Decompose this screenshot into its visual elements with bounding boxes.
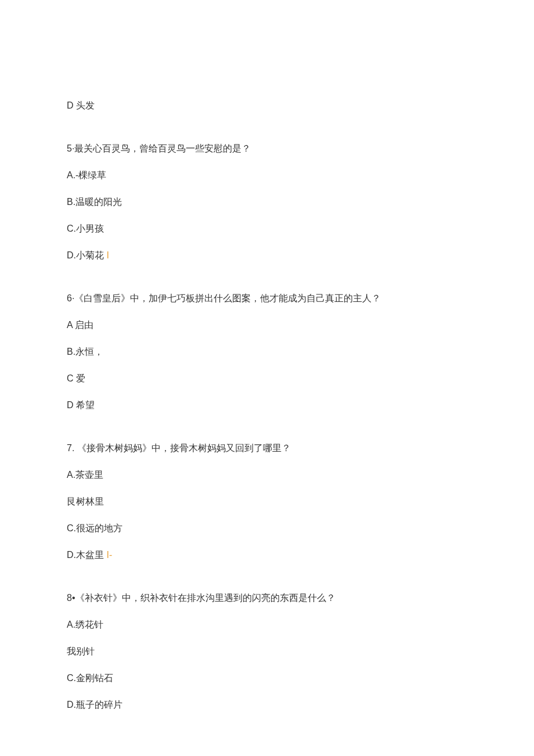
q7-d-prefix: D.木盆里 xyxy=(67,550,106,560)
question-8-text: 8•《补衣针》中，织补衣针在排水沟里遇到的闪亮的东西是什么？ xyxy=(67,591,467,605)
question-7-option-a: A.茶壶里 xyxy=(67,468,467,482)
q5-d-prefix: D.小菊花 xyxy=(67,250,106,260)
question-6-text: 6·《白雪皇后》中，加伊七巧板拼出什么图案，他才能成为自己真正的主人？ xyxy=(67,291,467,305)
question-8: 8•《补衣针》中，织补衣针在排水沟里遇到的闪亮的东西是什么？ A.绣花针 我别针… xyxy=(67,591,467,712)
question-7-option-b: 艮树林里 xyxy=(67,495,467,509)
question-6-option-b: B.永恒， xyxy=(67,345,467,359)
question-5-option-b: B.温暖的阳光 xyxy=(67,195,467,209)
question-5-option-d: D.小菊花 I xyxy=(67,249,467,262)
question-5-option-a: A.-棵绿草 xyxy=(67,168,467,182)
question-7-text: 7. 《接骨木树妈妈》中，接骨木树妈妈又回到了哪里？ xyxy=(67,441,467,455)
question-5-option-c: C.小男孩 xyxy=(67,222,467,236)
question-8-option-c: C.金刚钻石 xyxy=(67,671,467,685)
question-7-option-c: C.很远的地方 xyxy=(67,521,467,535)
question-6-option-d: D 希望 xyxy=(67,398,467,412)
question-6-option-c: C 爱 xyxy=(67,372,467,386)
question-8-option-a: A.绣花针 xyxy=(67,618,467,632)
question-5-text: 5·最关心百灵鸟，曾给百灵鸟一些安慰的是？ xyxy=(67,142,467,156)
question-7-option-d: D.木盆里 I- xyxy=(67,548,467,562)
block-prev-option: D 头发 xyxy=(67,99,467,113)
question-7: 7. 《接骨木树妈妈》中，接骨木树妈妈又回到了哪里？ A.茶壶里 艮树林里 C.… xyxy=(67,441,467,562)
question-8-option-d: D.瓶子的碎片 xyxy=(67,698,467,712)
q5-d-suffix: I xyxy=(106,250,109,260)
q7-d-suffix: I- xyxy=(106,550,112,560)
option-d-text: D 头发 xyxy=(67,99,467,113)
question-8-option-b: 我别针 xyxy=(67,645,467,658)
question-6: 6·《白雪皇后》中，加伊七巧板拼出什么图案，他才能成为自己真正的主人？ A 启由… xyxy=(67,291,467,412)
question-5: 5·最关心百灵鸟，曾给百灵鸟一些安慰的是？ A.-棵绿草 B.温暖的阳光 C.小… xyxy=(67,142,467,262)
question-6-option-a: A 启由 xyxy=(67,318,467,332)
